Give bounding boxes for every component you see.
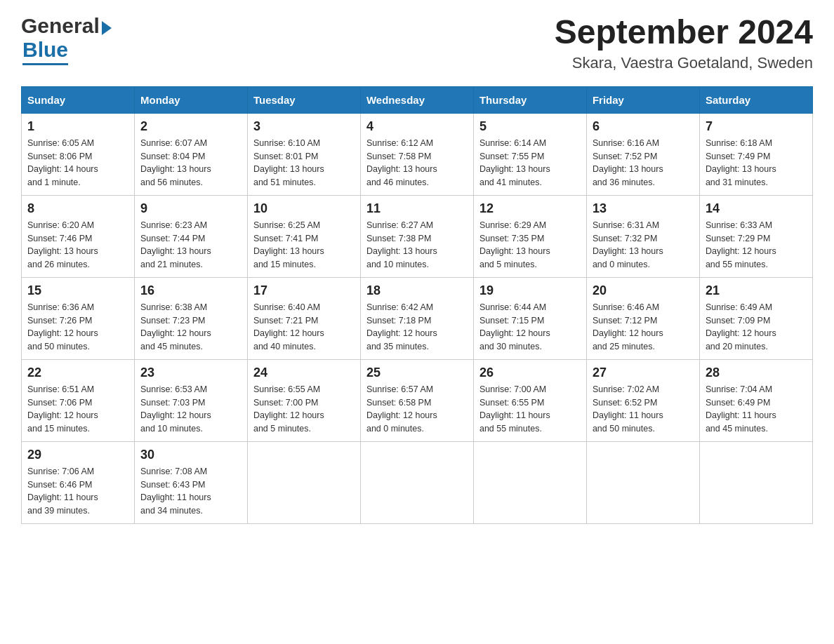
calendar-week-row: 8Sunrise: 6:20 AMSunset: 7:46 PMDaylight… — [22, 195, 813, 277]
day-number: 25 — [366, 365, 468, 380]
day-info: Sunrise: 6:55 AMSunset: 7:00 PMDaylight:… — [253, 383, 355, 436]
calendar-cell: 24Sunrise: 6:55 AMSunset: 7:00 PMDayligh… — [247, 359, 360, 441]
day-info: Sunrise: 6:14 AMSunset: 7:55 PMDaylight:… — [479, 137, 581, 189]
logo-blue-text: Blue — [22, 38, 68, 65]
weekday-header-wednesday: Wednesday — [360, 86, 473, 113]
day-info: Sunrise: 6:31 AMSunset: 7:32 PMDaylight:… — [593, 219, 694, 271]
day-info: Sunrise: 6:53 AMSunset: 7:03 PMDaylight:… — [140, 383, 241, 436]
day-info: Sunrise: 6:42 AMSunset: 7:18 PMDaylight:… — [366, 301, 468, 354]
month-year-title: September 2024 — [555, 14, 813, 51]
day-info: Sunrise: 6:20 AMSunset: 7:46 PMDaylight:… — [27, 219, 128, 271]
calendar-cell: 18Sunrise: 6:42 AMSunset: 7:18 PMDayligh… — [360, 277, 473, 359]
calendar-cell: 11Sunrise: 6:27 AMSunset: 7:38 PMDayligh… — [360, 195, 473, 277]
day-info: Sunrise: 7:08 AMSunset: 6:43 PMDaylight:… — [140, 465, 241, 518]
day-info: Sunrise: 7:02 AMSunset: 6:52 PMDaylight:… — [593, 383, 694, 436]
day-number: 9 — [140, 201, 241, 216]
day-number: 8 — [27, 201, 128, 216]
day-number: 20 — [593, 283, 694, 298]
day-number: 10 — [253, 201, 355, 216]
calendar-cell: 19Sunrise: 6:44 AMSunset: 7:15 PMDayligh… — [473, 277, 586, 359]
day-info: Sunrise: 6:38 AMSunset: 7:23 PMDaylight:… — [140, 301, 241, 354]
day-info: Sunrise: 7:00 AMSunset: 6:55 PMDaylight:… — [479, 383, 581, 436]
day-info: Sunrise: 6:12 AMSunset: 7:58 PMDaylight:… — [366, 137, 468, 189]
day-number: 12 — [479, 201, 581, 216]
weekday-header-friday: Friday — [586, 86, 699, 113]
calendar-cell: 26Sunrise: 7:00 AMSunset: 6:55 PMDayligh… — [473, 359, 586, 441]
day-info: Sunrise: 6:16 AMSunset: 7:52 PMDaylight:… — [593, 137, 694, 189]
day-number: 5 — [479, 119, 581, 134]
weekday-header-thursday: Thursday — [473, 86, 586, 113]
calendar-cell: 6Sunrise: 6:16 AMSunset: 7:52 PMDaylight… — [586, 113, 699, 195]
day-info: Sunrise: 7:06 AMSunset: 6:46 PMDaylight:… — [27, 465, 128, 518]
calendar-week-row: 22Sunrise: 6:51 AMSunset: 7:06 PMDayligh… — [22, 359, 813, 441]
day-number: 21 — [706, 283, 807, 298]
day-info: Sunrise: 6:33 AMSunset: 7:29 PMDaylight:… — [706, 219, 807, 271]
title-block: September 2024 Skara, Vaestra Goetaland,… — [555, 14, 813, 72]
calendar-header-row: SundayMondayTuesdayWednesdayThursdayFrid… — [22, 86, 813, 113]
day-number: 28 — [706, 365, 807, 380]
day-number: 26 — [479, 365, 581, 380]
weekday-header-monday: Monday — [134, 86, 247, 113]
day-number: 19 — [479, 283, 581, 298]
day-info: Sunrise: 6:07 AMSunset: 8:04 PMDaylight:… — [140, 137, 241, 189]
day-info: Sunrise: 6:49 AMSunset: 7:09 PMDaylight:… — [706, 301, 807, 354]
calendar-week-row: 1Sunrise: 6:05 AMSunset: 8:06 PMDaylight… — [22, 113, 813, 195]
calendar-cell — [699, 441, 812, 523]
day-info: Sunrise: 6:10 AMSunset: 8:01 PMDaylight:… — [253, 137, 355, 189]
day-number: 7 — [706, 119, 807, 134]
logo-general-text: General — [21, 14, 100, 38]
day-number: 27 — [593, 365, 694, 380]
day-number: 6 — [593, 119, 694, 134]
day-number: 3 — [253, 119, 355, 134]
weekday-header-saturday: Saturday — [699, 86, 812, 113]
calendar-cell: 29Sunrise: 7:06 AMSunset: 6:46 PMDayligh… — [22, 441, 135, 523]
calendar-week-row: 29Sunrise: 7:06 AMSunset: 6:46 PMDayligh… — [22, 441, 813, 523]
day-number: 29 — [27, 448, 128, 462]
calendar-cell: 25Sunrise: 6:57 AMSunset: 6:58 PMDayligh… — [360, 359, 473, 441]
calendar-cell — [473, 441, 586, 523]
calendar-cell: 3Sunrise: 6:10 AMSunset: 8:01 PMDaylight… — [247, 113, 360, 195]
day-info: Sunrise: 6:27 AMSunset: 7:38 PMDaylight:… — [366, 219, 468, 271]
weekday-header-sunday: Sunday — [22, 86, 135, 113]
calendar-cell: 27Sunrise: 7:02 AMSunset: 6:52 PMDayligh… — [586, 359, 699, 441]
calendar-cell: 14Sunrise: 6:33 AMSunset: 7:29 PMDayligh… — [699, 195, 812, 277]
calendar-table: SundayMondayTuesdayWednesdayThursdayFrid… — [21, 86, 813, 524]
day-number: 1 — [27, 119, 128, 134]
day-info: Sunrise: 6:36 AMSunset: 7:26 PMDaylight:… — [27, 301, 128, 354]
day-number: 23 — [140, 365, 241, 380]
day-number: 4 — [366, 119, 468, 134]
calendar-cell: 16Sunrise: 6:38 AMSunset: 7:23 PMDayligh… — [134, 277, 247, 359]
day-number: 22 — [27, 365, 128, 380]
day-info: Sunrise: 6:57 AMSunset: 6:58 PMDaylight:… — [366, 383, 468, 436]
weekday-header-tuesday: Tuesday — [247, 86, 360, 113]
day-info: Sunrise: 6:51 AMSunset: 7:06 PMDaylight:… — [27, 383, 128, 436]
day-info: Sunrise: 6:44 AMSunset: 7:15 PMDaylight:… — [479, 301, 581, 354]
day-number: 18 — [366, 283, 468, 298]
calendar-cell: 1Sunrise: 6:05 AMSunset: 8:06 PMDaylight… — [22, 113, 135, 195]
day-number: 15 — [27, 283, 128, 298]
calendar-cell: 4Sunrise: 6:12 AMSunset: 7:58 PMDaylight… — [360, 113, 473, 195]
calendar-cell — [247, 441, 360, 523]
calendar-cell: 13Sunrise: 6:31 AMSunset: 7:32 PMDayligh… — [586, 195, 699, 277]
calendar-week-row: 15Sunrise: 6:36 AMSunset: 7:26 PMDayligh… — [22, 277, 813, 359]
day-number: 17 — [253, 283, 355, 298]
calendar-cell: 12Sunrise: 6:29 AMSunset: 7:35 PMDayligh… — [473, 195, 586, 277]
day-number: 24 — [253, 365, 355, 380]
calendar-cell: 30Sunrise: 7:08 AMSunset: 6:43 PMDayligh… — [134, 441, 247, 523]
calendar-cell: 28Sunrise: 7:04 AMSunset: 6:49 PMDayligh… — [699, 359, 812, 441]
day-number: 30 — [140, 448, 241, 462]
day-info: Sunrise: 6:29 AMSunset: 7:35 PMDaylight:… — [479, 219, 581, 271]
day-info: Sunrise: 6:25 AMSunset: 7:41 PMDaylight:… — [253, 219, 355, 271]
calendar-cell: 17Sunrise: 6:40 AMSunset: 7:21 PMDayligh… — [247, 277, 360, 359]
page-header: General Blue September 2024 Skara, Vaest… — [21, 14, 813, 72]
calendar-cell: 8Sunrise: 6:20 AMSunset: 7:46 PMDaylight… — [22, 195, 135, 277]
day-info: Sunrise: 6:46 AMSunset: 7:12 PMDaylight:… — [593, 301, 694, 354]
calendar-cell: 15Sunrise: 6:36 AMSunset: 7:26 PMDayligh… — [22, 277, 135, 359]
calendar-cell — [360, 441, 473, 523]
calendar-cell: 10Sunrise: 6:25 AMSunset: 7:41 PMDayligh… — [247, 195, 360, 277]
day-number: 11 — [366, 201, 468, 216]
day-info: Sunrise: 6:18 AMSunset: 7:49 PMDaylight:… — [706, 137, 807, 189]
day-info: Sunrise: 7:04 AMSunset: 6:49 PMDaylight:… — [706, 383, 807, 436]
day-number: 13 — [593, 201, 694, 216]
day-number: 16 — [140, 283, 241, 298]
